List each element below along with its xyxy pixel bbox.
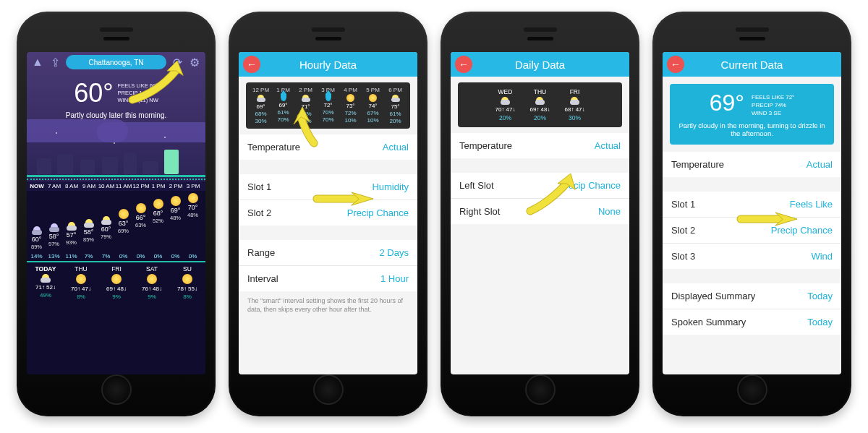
hourly-temp: 69° [171, 207, 181, 214]
day-card[interactable]: SU78↑ 55↓8% [170, 265, 205, 300]
refresh-icon[interactable]: ⟳ [171, 56, 184, 69]
warning-icon[interactable]: ▲ [31, 56, 44, 69]
hour-label: 12 PM [132, 183, 150, 189]
row-value: Humidity [372, 181, 409, 192]
current-temp: 60° [74, 78, 113, 108]
row-temperature[interactable]: Temperature Actual [663, 152, 841, 177]
row-slot2[interactable]: Slot 2 Precip Chance [663, 218, 841, 244]
col-temp: 75° [391, 103, 399, 110]
hour-label: 3 PM [184, 183, 202, 189]
col-precip: 10% [367, 117, 378, 124]
navbar-title: Daily Data [515, 59, 565, 71]
hourly-card[interactable]: 60°79% [98, 216, 114, 250]
gear-icon[interactable]: ⚙ [188, 56, 201, 69]
wind: WIND 5 (11) NW [118, 97, 158, 104]
col-precip: 10% [344, 117, 356, 124]
precip-cell: 0% [132, 253, 149, 260]
hour-label: 7 AM [46, 183, 63, 189]
hourly-card[interactable]: 66°63% [132, 203, 149, 250]
col-label: 6 PM [388, 87, 402, 93]
row-label: Range [247, 247, 275, 258]
col-temp: 72° [323, 102, 332, 108]
hourly-card[interactable]: 58°97% [46, 223, 62, 250]
precip-cell: 0% [167, 253, 184, 260]
row-value: Actual [383, 142, 409, 153]
row-slot3[interactable]: Slot 3 Wind [663, 244, 841, 269]
location-pill[interactable]: Chattanooga, TN [66, 55, 166, 69]
hour-label: 8 AM [63, 183, 80, 189]
col-precip: 20% [389, 118, 401, 124]
hour-labels-row[interactable]: NOW7 AM8 AM9 AM10 AM11 AM12 PM1 PM2 PM3 … [27, 181, 205, 191]
back-button[interactable]: ← [243, 56, 260, 73]
phone-current-settings: ← Current Data 69° FEELS LIKE 72° PRECIP… [652, 12, 851, 416]
row-spoken-summary[interactable]: Spoken Summary Today [663, 309, 841, 335]
row-left-slot[interactable]: Left Slot Precip Chance [451, 173, 629, 199]
hourly-humidity: 79% [101, 233, 111, 240]
row-interval[interactable]: Interval 1 Hour [239, 266, 417, 291]
hour-label: 9 AM [80, 183, 98, 189]
row-temperature[interactable]: Temperature Actual [451, 133, 629, 158]
day-precip: 9% [148, 293, 156, 300]
row-label: Spoken Summary [671, 317, 746, 327]
hourly-card[interactable]: 58°85% [80, 219, 97, 250]
navbar-title: Hourly Data [299, 59, 357, 71]
screen-hourly-settings: ← Hourly Data 12 PM69°68%30%1 PM69°61%70… [239, 52, 417, 374]
hourly-preview: 12 PM69°68%30%1 PM69°61%70%2 PM71°68%20%… [246, 82, 410, 129]
row-value: Today [807, 317, 833, 327]
hourly-card[interactable]: 69°48% [167, 196, 184, 250]
row-displayed-summary[interactable]: Displayed Summary Today [663, 283, 841, 309]
row-slot1[interactable]: Slot 1 Feels Like [663, 192, 841, 218]
row-temperature[interactable]: Temperature Actual [239, 134, 417, 160]
feels-like: FEELS LIKE 60° [118, 82, 158, 90]
back-button[interactable]: ← [455, 56, 472, 73]
current-stats: FEELS LIKE 60° PRECIP 14% WIND 5 (11) NW [118, 82, 158, 103]
daily-forecast-row[interactable]: TODAY71↑ 52↓49%THU70↑ 47↓8%FRI69↑ 48↓9%S… [27, 262, 205, 304]
settings-group-slots: Slot 1 Humidity Slot 2 Precip Chance [239, 174, 417, 226]
col-humidity: 70% [322, 109, 333, 116]
row-label: Slot 1 [671, 199, 695, 210]
row-slot2[interactable]: Slot 2 Precip Chance [239, 200, 417, 226]
day-hilo: 71↑ 52↓ [35, 284, 56, 291]
hourly-card[interactable]: 70°48% [184, 193, 201, 250]
drop-icon [281, 94, 286, 101]
hourly-card[interactable]: 60°89% [28, 226, 45, 250]
col-label: 12 PM [252, 87, 269, 93]
footer-note: The "smart" interval setting shows the f… [239, 291, 417, 320]
hourly-forecast-row[interactable]: 60°89%58°97%57°93%58°85%60°79%63°69%66°6… [27, 191, 205, 252]
day-name: TODAY [35, 265, 56, 273]
day-card[interactable]: SAT76↑ 48↓9% [135, 265, 169, 300]
share-icon[interactable]: ⇪ [48, 56, 61, 69]
hourly-humidity: 63% [135, 222, 146, 228]
row-right-slot[interactable]: Right Slot None [451, 199, 629, 224]
precip-chance: PRECIP 74% [752, 102, 794, 110]
hourly-card[interactable]: 68°52% [150, 199, 166, 250]
col-precip: 20% [299, 118, 311, 124]
phone-weather-main: ▲ ⇪ Chattanooga, TN ⟳ ⚙ 60° FEELS LIKE 6… [17, 12, 216, 416]
settings-group-range: Range 2 Days Interval 1 Hour [239, 240, 417, 291]
day-card[interactable]: FRI69↑ 48↓9% [99, 265, 134, 300]
row-range[interactable]: Range 2 Days [239, 240, 417, 266]
pcnight-icon [49, 223, 59, 232]
row-label: Temperature [459, 140, 512, 151]
day-hilo: 78↑ 55↓ [177, 286, 197, 292]
hour-label: NOW [28, 183, 46, 189]
col-temp: 71° [301, 103, 310, 110]
row-slot1[interactable]: Slot 1 Humidity [239, 174, 417, 200]
col-humidity: 61% [389, 111, 401, 117]
day-precip: 49% [40, 292, 51, 299]
navbar: ← Hourly Data [239, 52, 417, 77]
day-precip: 30% [569, 114, 581, 121]
hourly-card[interactable]: 57°93% [63, 222, 80, 250]
hourly-card[interactable]: 63°69% [115, 209, 132, 250]
day-hilo: 76↑ 48↓ [142, 286, 162, 292]
current-preview-card: 69° FEELS LIKE 72° PRECIP 74% WIND 3 SE … [670, 84, 834, 145]
preview-col: 6 PM75°61%20% [385, 87, 406, 124]
col-precip: 70% [322, 116, 333, 123]
row-value: Actual [807, 159, 833, 170]
day-card[interactable]: THU70↑ 47↓8% [64, 265, 98, 300]
sun-icon [136, 203, 146, 213]
day-name: THU [75, 265, 87, 273]
day-card[interactable]: TODAY71↑ 52↓49% [28, 265, 63, 300]
wind: WIND 3 SE [752, 110, 794, 118]
back-button[interactable]: ← [667, 56, 684, 73]
